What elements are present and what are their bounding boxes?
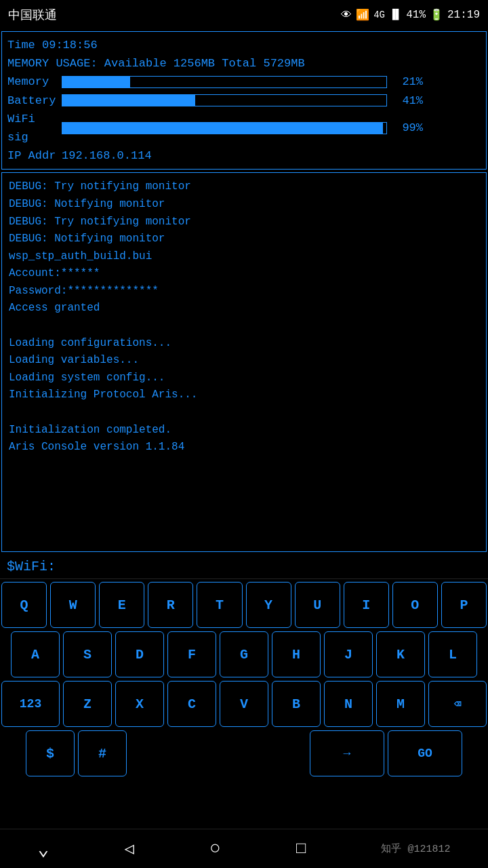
time-row: Time 09:18:56 (7, 36, 481, 54)
console-output: DEBUG: Try notifying monitorDEBUG: Notif… (9, 178, 479, 456)
console-line: DEBUG: Notifying monitor (9, 231, 479, 248)
memory-progress-fill (62, 77, 130, 87)
key-u[interactable]: U (295, 582, 340, 628)
key-b[interactable]: B (272, 681, 321, 727)
key-g[interactable]: G (220, 631, 268, 677)
recents-icon[interactable]: □ (296, 840, 306, 858)
console-line: Initialization completed. (9, 422, 479, 439)
input-bar: $WiFi: (0, 555, 488, 579)
ip-value: 192.168.0.114 (62, 146, 152, 165)
key-123[interactable]: 123 (1, 681, 60, 727)
nav-bar: ⌄ ◁ ○ □ 知乎 @121812 (0, 829, 488, 868)
console-line: Initializing Protocol Aris... (9, 387, 479, 404)
console-line (9, 404, 479, 422)
time-display: 21:19 (447, 9, 480, 21)
status-bar: 中国联通 👁 📶 4G ▐▌ 41% 🔋 21:19 (0, 0, 488, 30)
memory-percent: 21% (392, 73, 423, 91)
battery-progress-fill (62, 95, 195, 106)
time-label: Time 09:18:56 (7, 36, 98, 54)
console-line: DEBUG: Try notifying monitor (9, 178, 479, 196)
key-go[interactable]: GO (388, 730, 462, 776)
key-l[interactable]: L (428, 631, 477, 677)
back-icon[interactable]: ◁ (124, 839, 134, 859)
memory-usage-text: MEMORY USAGE: Available 1256MB Total 572… (7, 54, 305, 73)
memory-row: Memory 21% (7, 73, 481, 91)
keyboard-row-1: QWERTYUIOP (1, 582, 487, 628)
console-line: Account:****** (9, 265, 479, 283)
home-icon[interactable]: ○ (209, 838, 221, 859)
keyboard-row-4: $#→GO (1, 730, 487, 776)
battery-progress-container (62, 94, 387, 106)
wifi-label: WiFi sig (7, 110, 62, 146)
battery-row: Battery 41% (7, 92, 481, 110)
console-line: Aris Console version 1.1.84 (9, 439, 479, 456)
console-line: Loading variables... (9, 352, 479, 370)
battery-icon: 🔋 (430, 8, 443, 22)
info-panel: Time 09:18:56 MEMORY USAGE: Available 12… (1, 31, 487, 170)
console-panel: DEBUG: Try notifying monitorDEBUG: Notif… (1, 172, 487, 552)
key-k[interactable]: K (376, 631, 425, 677)
key-f[interactable]: F (167, 631, 216, 677)
console-line: DEBUG: Notifying monitor (9, 196, 479, 214)
key-arrow[interactable]: → (310, 730, 384, 776)
key-c[interactable]: C (167, 681, 216, 727)
key-p[interactable]: P (441, 582, 487, 628)
wifi-percent: 99% (392, 119, 423, 137)
key-i[interactable]: I (344, 582, 389, 628)
battery-percent-label: 41% (392, 92, 423, 110)
key-z[interactable]: Z (63, 681, 112, 727)
ip-row: IP Addr 192.168.0.114 (7, 146, 481, 165)
keyboard-row-2: ASDFGHJKL (1, 631, 487, 677)
keyboard-row-3: 123ZXCVBNM⌫ (1, 681, 487, 727)
key-v[interactable]: V (220, 681, 268, 727)
key-d[interactable]: D (115, 631, 164, 677)
wifi-row: WiFi sig 99% (7, 110, 481, 146)
keyboard: QWERTYUIOP ASDFGHJKL 123ZXCVBNM⌫ $#→GO (0, 579, 488, 783)
battery-label: Battery (7, 92, 62, 110)
signal-bars: ▐▌ (389, 9, 402, 21)
watermark: 知乎 @121812 (381, 842, 450, 855)
ip-label: IP Addr (7, 146, 62, 165)
key-s[interactable]: S (63, 631, 112, 677)
key-j[interactable]: J (324, 631, 373, 677)
battery-percent: 41% (406, 9, 426, 21)
key-t[interactable]: T (197, 582, 242, 628)
console-line: Loading system config... (9, 370, 479, 387)
key-m[interactable]: M (376, 681, 425, 727)
console-line: Loading configurations... (9, 335, 479, 353)
key-e[interactable]: E (99, 582, 144, 628)
key-o[interactable]: O (392, 582, 438, 628)
eye-icon: 👁 (341, 9, 352, 22)
status-right: 👁 📶 4G ▐▌ 41% 🔋 21:19 (341, 8, 480, 22)
key-n[interactable]: N (324, 681, 373, 727)
key-backspace[interactable]: ⌫ (428, 681, 487, 727)
wifi-icon: 📶 (356, 8, 369, 22)
key-y[interactable]: Y (246, 582, 291, 628)
signal-label: 4G (373, 9, 385, 20)
wifi-progress-fill (62, 123, 383, 134)
key-dollar[interactable]: $ (26, 730, 75, 776)
carrier-label: 中国联通 (8, 7, 57, 23)
console-line: Access granted (9, 300, 479, 317)
console-line: DEBUG: Try notifying monitor (9, 214, 479, 231)
memory-usage-row: MEMORY USAGE: Available 1256MB Total 572… (7, 54, 481, 73)
chevron-down-icon[interactable]: ⌄ (38, 837, 49, 861)
memory-progress-container (62, 76, 387, 88)
wifi-progress-container (62, 122, 387, 134)
key-a[interactable]: A (11, 631, 60, 677)
console-line (9, 317, 479, 335)
key-r[interactable]: R (148, 582, 193, 628)
key-q[interactable]: Q (1, 582, 47, 628)
console-line: wsp_stp_auth_build.bui (9, 248, 479, 266)
key-hash[interactable]: # (78, 730, 127, 776)
memory-label: Memory (7, 73, 62, 91)
key-w[interactable]: W (50, 582, 96, 628)
input-prompt: $WiFi: (7, 559, 56, 574)
console-line: Password:************** (9, 283, 479, 300)
key-h[interactable]: H (272, 631, 321, 677)
key-x[interactable]: X (115, 681, 164, 727)
